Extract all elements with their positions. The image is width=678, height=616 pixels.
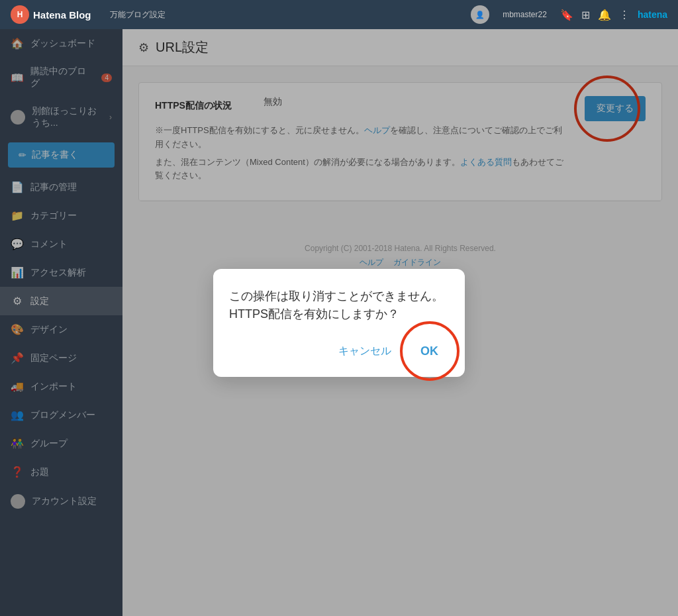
topbar-right: 👤 mbmaster22 🔖 ⊞ 🔔 ⋮ hatena <box>471 5 667 24</box>
modal-ok-button[interactable]: OK <box>410 339 449 364</box>
modal-message: この操作は取り消すことができません。HTTPS配信を有効にしますか？ <box>229 287 449 323</box>
topbar-logo[interactable]: H Hatena Blog <box>11 5 91 24</box>
topbar-avatar[interactable]: 👤 <box>471 5 489 24</box>
topbar-nav: 万能ブログ設定 <box>105 7 171 23</box>
bookmark-icon[interactable]: 🔖 <box>560 9 573 21</box>
modal-actions: キャンセル OK <box>229 339 449 364</box>
bell-icon[interactable]: 🔔 <box>598 9 611 21</box>
dots-icon[interactable]: ⋮ <box>619 9 630 21</box>
topbar: H Hatena Blog 万能ブログ設定 👤 mbmaster22 🔖 ⊞ 🔔… <box>0 0 678 29</box>
topbar-logo-text: Hatena Blog <box>33 9 91 21</box>
hatena-brand: hatena <box>638 9 667 20</box>
modal-cancel-button[interactable]: キャンセル <box>330 339 399 364</box>
hatena-logo-icon: H <box>11 5 29 24</box>
topbar-nav-item[interactable]: 万能ブログ設定 <box>105 7 171 23</box>
grid-icon[interactable]: ⊞ <box>581 9 590 21</box>
topbar-username: mbmaster22 <box>497 7 552 22</box>
modal-dialog: この操作は取り消すことができません。HTTPS配信を有効にしますか？ キャンセル… <box>213 269 465 377</box>
modal-overlay: この操作は取り消すことができません。HTTPS配信を有効にしますか？ キャンセル… <box>0 29 678 616</box>
ok-button-wrapper: OK <box>410 339 449 364</box>
